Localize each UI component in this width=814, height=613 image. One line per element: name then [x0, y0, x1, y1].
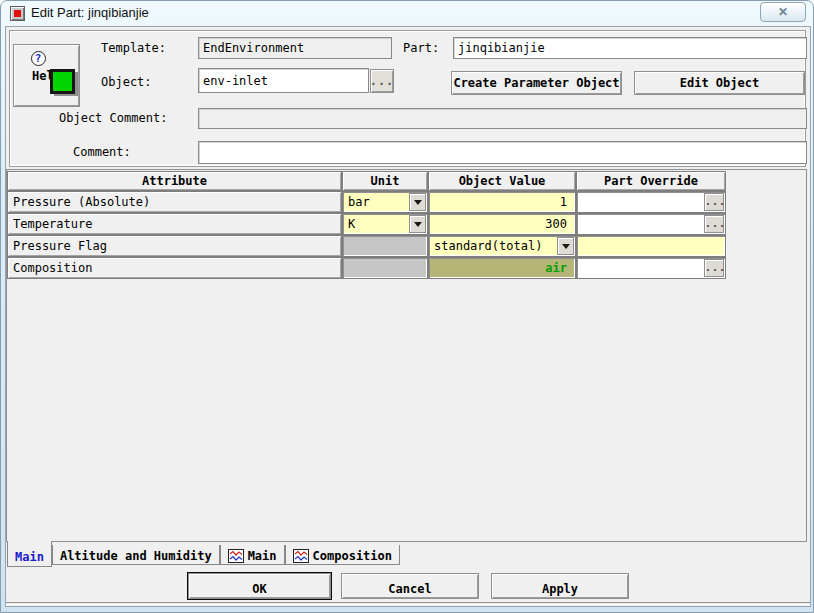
dropdown-arrow-icon[interactable]: [409, 215, 426, 233]
attribute-cell: Pressure (Absolute): [7, 191, 342, 213]
attribute-cell: Temperature: [7, 213, 342, 235]
create-parameter-object-button[interactable]: Create Parameter Object: [451, 71, 622, 95]
unit-dropdown[interactable]: bar: [342, 191, 428, 213]
part-override-cell[interactable]: ...: [576, 257, 726, 279]
object-label: Object:: [101, 75, 152, 89]
tab-composition-plot[interactable]: Composition: [285, 545, 400, 565]
attributes-table: AttributeUnitObject ValuePart OverridePr…: [7, 171, 726, 279]
object-input[interactable]: [198, 68, 369, 93]
attributes-panel: AttributeUnitObject ValuePart OverridePr…: [6, 169, 807, 542]
comment-input[interactable]: [198, 141, 807, 164]
column-header-part-override: Part Override: [576, 171, 726, 191]
object-value-cell[interactable]: air: [428, 257, 576, 279]
attribute-cell: Pressure Flag: [7, 235, 342, 257]
cancel-button[interactable]: Cancel: [341, 573, 479, 599]
titlebar[interactable]: Edit Part: jinqibianjie ✕: [1, 1, 813, 26]
part-override-cell[interactable]: ...: [576, 191, 726, 213]
tab-main[interactable]: Main: [7, 541, 52, 567]
app-icon: [10, 6, 25, 21]
plot-icon: [228, 549, 244, 563]
object-value-dropdown[interactable]: standard(total): [428, 235, 576, 257]
column-header-unit: Unit: [342, 171, 428, 191]
comment-label: Comment:: [73, 145, 131, 159]
template-label: Template:: [101, 41, 166, 55]
edit-object-button[interactable]: Edit Object: [634, 71, 805, 95]
dialog-body: ? Help Template: EndEnvironment Part: Ob…: [5, 26, 811, 607]
column-header-object-value: Object Value: [428, 171, 576, 191]
help-button[interactable]: ? Help: [13, 44, 80, 107]
column-header-attribute: Attribute: [7, 171, 342, 191]
tab-label: Main: [248, 549, 277, 563]
unit-dropdown[interactable]: K: [342, 213, 428, 235]
part-label: Part:: [403, 41, 439, 55]
tab-main-plot[interactable]: Main: [220, 545, 285, 565]
tab-label: Composition: [313, 549, 392, 563]
close-icon: ✕: [778, 5, 788, 19]
part-input[interactable]: [453, 37, 807, 59]
edit-part-dialog: Edit Part: jinqibianjie ✕ ? Help Templat…: [0, 0, 814, 613]
browse-button[interactable]: ...: [704, 215, 724, 233]
object-value-cell[interactable]: 1: [428, 191, 576, 213]
unit-cell-disabled: [342, 235, 428, 257]
object-comment-field: [198, 108, 807, 129]
browse-button[interactable]: ...: [704, 193, 724, 211]
bottom-divider: [6, 602, 810, 605]
attribute-cell: Composition: [7, 257, 342, 279]
close-button[interactable]: ✕: [760, 2, 806, 22]
dropdown-arrow-icon[interactable]: [409, 193, 426, 211]
dropdown-arrow-icon[interactable]: [557, 237, 574, 255]
tab-label: Main: [15, 550, 44, 564]
part-override-cell[interactable]: [576, 235, 726, 257]
ok-button[interactable]: OK: [188, 573, 331, 599]
plot-icon: [293, 549, 309, 563]
object-browse-button[interactable]: ...: [370, 69, 394, 93]
unit-cell-disabled: [342, 257, 428, 279]
tab-altitude-and-humidity[interactable]: Altitude and Humidity: [52, 545, 220, 565]
tab-label: Altitude and Humidity: [60, 549, 212, 563]
tab-bar: MainAltitude and HumidityMainComposition: [7, 541, 400, 569]
window-title: Edit Part: jinqibianjie: [31, 5, 149, 20]
object-comment-label: Object Comment:: [59, 111, 167, 125]
browse-button[interactable]: ...: [704, 259, 724, 277]
template-field: EndEnvironment: [198, 37, 392, 59]
part-override-cell[interactable]: ...: [576, 213, 726, 235]
object-value-cell[interactable]: 300: [428, 213, 576, 235]
apply-button[interactable]: Apply: [491, 573, 629, 599]
